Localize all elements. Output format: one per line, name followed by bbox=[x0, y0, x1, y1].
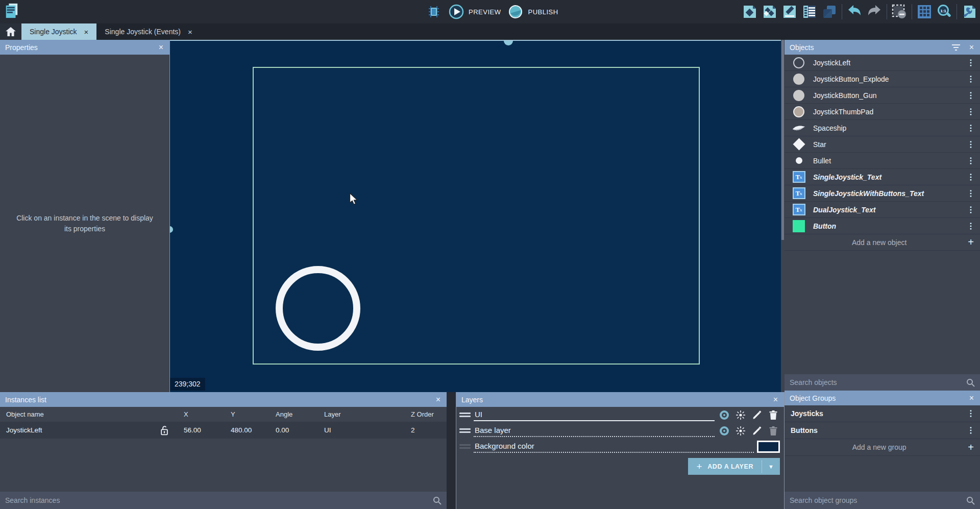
layer-name-field[interactable]: Base layer bbox=[474, 424, 715, 437]
edit-scene-icon[interactable] bbox=[782, 4, 797, 19]
object-groups-panel: Object Groups × Joysticks ⋮ Buttons ⋮ Ad… bbox=[785, 391, 980, 509]
search-icon bbox=[966, 378, 975, 387]
close-icon[interactable]: × bbox=[772, 395, 779, 404]
add-group-button[interactable]: Add a new group + bbox=[785, 439, 980, 456]
layer-row-base-layer[interactable]: Base layer bbox=[456, 423, 784, 439]
search-instances-input[interactable] bbox=[5, 496, 433, 504]
close-icon[interactable]: × bbox=[158, 43, 164, 52]
object-menu-icon[interactable]: ⋮ bbox=[965, 157, 977, 165]
object-groups-icon[interactable] bbox=[762, 4, 777, 19]
settings-icon[interactable] bbox=[962, 4, 977, 19]
instances-list-icon[interactable] bbox=[802, 4, 817, 19]
group-menu-icon[interactable]: ⋮ bbox=[965, 426, 977, 434]
col-angle: Angle bbox=[276, 410, 324, 418]
instance-x[interactable]: 56.00 bbox=[184, 426, 231, 434]
group-row-joysticks[interactable]: Joysticks ⋮ bbox=[785, 405, 980, 422]
toolbar-center: PREVIEW PUBLISH bbox=[426, 0, 558, 23]
instance-angle[interactable]: 0.00 bbox=[276, 426, 324, 434]
object-row-star[interactable]: Star ⋮ bbox=[785, 136, 980, 153]
debugger-icon[interactable] bbox=[426, 4, 442, 19]
layer-effects-icon[interactable] bbox=[734, 410, 747, 420]
search-object-groups-input[interactable] bbox=[790, 496, 966, 504]
object-row-joystickleft[interactable]: JoystickLeft ⋮ bbox=[785, 55, 980, 71]
plus-icon: + bbox=[968, 236, 974, 248]
instance-layer[interactable]: UI bbox=[324, 426, 411, 434]
preview-button[interactable]: PREVIEW bbox=[449, 4, 501, 19]
zoom-reset-icon[interactable]: 1:1 bbox=[937, 4, 952, 19]
unlock-icon[interactable] bbox=[159, 425, 184, 436]
layer-edit-icon[interactable] bbox=[750, 410, 764, 420]
object-menu-icon[interactable]: ⋮ bbox=[965, 91, 977, 100]
object-menu-icon[interactable]: ⋮ bbox=[965, 108, 977, 116]
joystick-instance[interactable] bbox=[276, 266, 360, 351]
tab-single-joystick[interactable]: Single Joystick × bbox=[21, 23, 96, 40]
scene-canvas[interactable]: 239;302 bbox=[170, 40, 781, 392]
instance-name: JoystickLeft bbox=[6, 426, 159, 434]
layers-panel-icon[interactable] bbox=[822, 4, 837, 19]
object-row-joystickbutton-gun[interactable]: JoystickButton_Gun ⋮ bbox=[785, 87, 980, 104]
properties-title: Properties bbox=[5, 43, 38, 52]
object-menu-icon[interactable]: ⋮ bbox=[965, 173, 977, 181]
close-icon[interactable]: × bbox=[435, 395, 442, 404]
object-row-singlejoystick-text[interactable]: Tx SingleJoystick_Text ⋮ bbox=[785, 169, 980, 185]
home-icon bbox=[6, 27, 16, 36]
layer-visibility-icon[interactable] bbox=[718, 410, 731, 420]
object-row-singlejoystickwithbuttons-text[interactable]: Tx SingleJoystickWithButtons_Text ⋮ bbox=[785, 185, 980, 202]
close-icon[interactable]: × bbox=[968, 394, 975, 403]
panel-drag-handle-left[interactable] bbox=[170, 226, 173, 233]
add-object-icon[interactable] bbox=[742, 4, 757, 19]
layer-edit-icon[interactable] bbox=[750, 426, 764, 435]
object-menu-icon[interactable]: ⋮ bbox=[965, 206, 977, 214]
tab-close-icon[interactable]: × bbox=[188, 28, 192, 36]
drag-handle-icon[interactable] bbox=[459, 428, 471, 433]
group-menu-icon[interactable]: ⋮ bbox=[965, 409, 977, 418]
add-layer-button[interactable]: + ADD A LAYER ▼ bbox=[688, 458, 780, 475]
tab-single-joystick-events[interactable]: Single Joystick (Events) × bbox=[96, 23, 200, 40]
object-menu-icon[interactable]: ⋮ bbox=[965, 75, 977, 83]
preview-label: PREVIEW bbox=[469, 8, 501, 16]
object-row-joystickbutton-explode[interactable]: JoystickButton_Explode ⋮ bbox=[785, 71, 980, 87]
instance-y[interactable]: 480.00 bbox=[231, 426, 276, 434]
object-menu-icon[interactable]: ⋮ bbox=[965, 140, 977, 149]
object-row-joystickthumbpad[interactable]: JoystickThumbPad ⋮ bbox=[785, 104, 980, 120]
undo-icon[interactable] bbox=[847, 4, 862, 19]
objects-scrollbar[interactable] bbox=[781, 40, 785, 392]
layer-row-ui[interactable]: UI bbox=[456, 407, 784, 423]
instance-row-joystickleft[interactable]: JoystickLeft 56.00 480.00 0.00 UI 2 bbox=[0, 422, 447, 439]
object-row-dualjoystick-text[interactable]: Tx DualJoystick_Text ⋮ bbox=[785, 202, 980, 218]
object-row-button[interactable]: Button ⋮ bbox=[785, 218, 980, 234]
search-icon bbox=[966, 496, 975, 505]
object-menu-icon[interactable]: ⋮ bbox=[965, 59, 977, 67]
object-menu-icon[interactable]: ⋮ bbox=[965, 189, 977, 198]
object-menu-icon[interactable]: ⋮ bbox=[965, 124, 977, 132]
add-object-button[interactable]: Add a new object + bbox=[785, 234, 980, 251]
panel-drag-handle-top[interactable] bbox=[504, 41, 513, 45]
search-objects-input[interactable] bbox=[790, 378, 966, 386]
home-tab-button[interactable] bbox=[0, 23, 21, 40]
layer-visibility-icon[interactable] bbox=[718, 426, 731, 435]
object-row-spaceship[interactable]: Spaceship ⋮ bbox=[785, 120, 980, 136]
col-z-order: Z Order bbox=[411, 410, 447, 418]
delete-selection-icon[interactable] bbox=[892, 4, 907, 19]
group-row-buttons[interactable]: Buttons ⋮ bbox=[785, 422, 980, 439]
object-row-bullet[interactable]: Bullet ⋮ bbox=[785, 153, 980, 169]
background-color-row[interactable]: Background color bbox=[456, 439, 784, 454]
drag-handle-icon[interactable] bbox=[459, 413, 471, 417]
filter-icon[interactable] bbox=[952, 44, 960, 51]
col-y: Y bbox=[231, 410, 276, 418]
close-icon[interactable]: × bbox=[968, 43, 975, 52]
layer-effects-icon[interactable] bbox=[734, 426, 747, 436]
grid-icon[interactable] bbox=[917, 4, 932, 19]
redo-icon[interactable] bbox=[867, 4, 882, 19]
publish-button[interactable]: PUBLISH bbox=[508, 4, 558, 19]
dot-sprite-icon bbox=[785, 157, 813, 164]
layer-delete-icon[interactable] bbox=[767, 410, 780, 420]
instance-z-order[interactable]: 2 bbox=[411, 426, 447, 434]
tab-close-icon[interactable]: × bbox=[84, 28, 89, 36]
background-color-swatch[interactable] bbox=[757, 441, 780, 453]
layers-title: Layers bbox=[461, 396, 483, 404]
layer-name-field[interactable]: UI bbox=[474, 408, 715, 421]
object-menu-icon[interactable]: ⋮ bbox=[965, 222, 977, 230]
chevron-down-icon[interactable]: ▼ bbox=[762, 464, 780, 470]
project-manager-icon[interactable] bbox=[4, 3, 19, 18]
